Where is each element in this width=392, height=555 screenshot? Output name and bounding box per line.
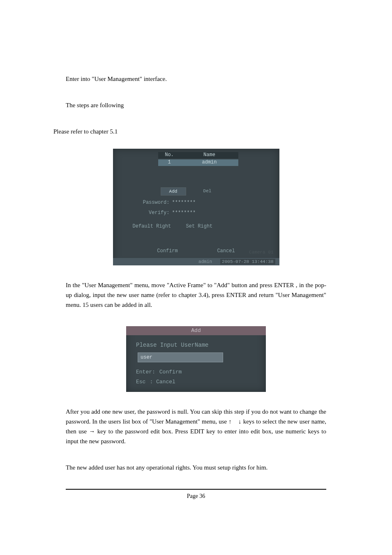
arrow-right-icon: → bbox=[89, 428, 95, 435]
password-row: Password: ******** bbox=[133, 200, 240, 205]
last-paragraph: The new added user has not any operation… bbox=[66, 463, 326, 472]
set-right-button[interactable]: Set Right bbox=[186, 223, 213, 229]
arrow-up-icon: ↑ bbox=[228, 418, 232, 425]
dialog-hint-esc: Esc: Cancel bbox=[136, 379, 175, 385]
intro-line-1: Enter into "User Management" interface. bbox=[66, 74, 326, 84]
verify-label: Verify: bbox=[133, 210, 172, 216]
add-user-dialog-screenshot: Add Please Input UserName user Enter:Con… bbox=[126, 326, 266, 392]
camera-label: Camera 01 bbox=[249, 250, 273, 255]
row-name: admin bbox=[181, 159, 238, 166]
username-input[interactable]: user bbox=[138, 352, 223, 362]
dialog-title: Add bbox=[126, 326, 266, 335]
status-bar: admin 2005-07-28 13:44:38 bbox=[113, 258, 279, 265]
arrow-down-icon: ↓ bbox=[238, 418, 242, 425]
user-management-screenshot: No. Name 1 admin Add Del Password: *****… bbox=[113, 149, 279, 265]
page-number: Page 36 bbox=[66, 493, 326, 500]
verify-value[interactable]: ******** bbox=[172, 210, 196, 216]
add-button[interactable]: Add bbox=[161, 187, 186, 196]
verify-row: Verify: ******** bbox=[133, 210, 240, 216]
dialog-hint-enter: Enter:Confirm bbox=[136, 369, 182, 375]
user-table-header: No. Name bbox=[158, 152, 238, 159]
default-right-button[interactable]: Default Right bbox=[133, 223, 186, 229]
col-header-no: No. bbox=[158, 152, 181, 159]
status-user: admin bbox=[198, 259, 212, 264]
footer-divider bbox=[66, 489, 326, 490]
password-label: Password: bbox=[133, 200, 172, 205]
intro-line-2: The steps are following bbox=[66, 100, 326, 110]
del-button[interactable]: Del bbox=[195, 187, 220, 195]
row-no: 1 bbox=[158, 159, 181, 166]
password-value[interactable]: ******** bbox=[172, 200, 196, 205]
dialog-prompt: Please Input UserName bbox=[136, 342, 208, 348]
cancel-button[interactable]: Cancel bbox=[217, 248, 235, 254]
confirm-button[interactable]: Confirm bbox=[157, 248, 178, 254]
status-time: 2005-07-28 13:44:38 bbox=[220, 259, 275, 265]
after-paragraph: After you add one new user, the password… bbox=[66, 407, 326, 446]
rights-row: Default Right Set Right bbox=[133, 223, 256, 229]
mid-paragraph: In the "User Management" menu, move "Act… bbox=[66, 280, 326, 310]
intro-line-3: Please refer to chapter 5.1 bbox=[53, 127, 326, 136]
col-header-name: Name bbox=[181, 152, 238, 159]
user-table-row[interactable]: 1 admin bbox=[158, 159, 238, 166]
